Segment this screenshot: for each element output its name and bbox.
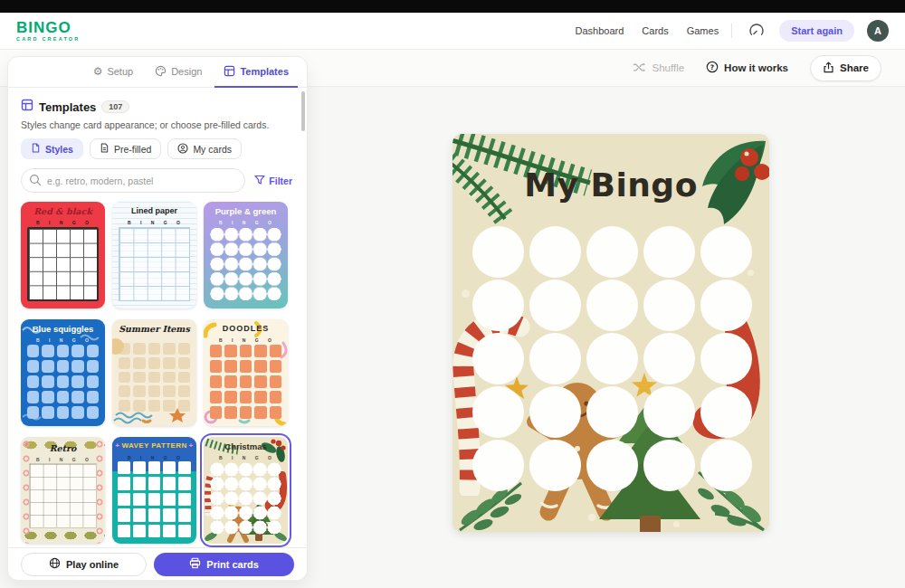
chip-styles[interactable]: Styles [21, 138, 83, 159]
nav-games[interactable]: Games [687, 25, 719, 36]
top-black-strip [0, 0, 905, 13]
main-area: Shuffle ? How it works Share [0, 50, 905, 588]
logo-title: BINGO [16, 20, 81, 35]
share-button[interactable]: Share [810, 55, 881, 81]
template-purple-green[interactable]: Purple & green B I N G O [204, 202, 288, 308]
document-icon [100, 143, 110, 155]
chip-my-cards[interactable]: My cards [167, 138, 242, 159]
how-it-works-button[interactable]: ? How it works [706, 61, 788, 75]
template-grid: Red & black B I N G O Lined paper B I N … [21, 202, 294, 581]
app-header: BINGO CARD CREATOR Dashboard Cards Games… [0, 13, 905, 50]
template-doodles[interactable]: DOODLES B I N G O [204, 319, 288, 426]
nav-dashboard[interactable]: Dashboard [576, 25, 624, 36]
panel-footer: Play online Print cards [8, 547, 307, 580]
gauge-icon[interactable] [745, 19, 768, 43]
question-icon: ? [706, 61, 719, 75]
palette-icon [155, 65, 167, 79]
filter-chips: Styles Pre-filled My cards [21, 138, 294, 159]
search-icon [29, 174, 42, 190]
tab-design[interactable]: Design [146, 57, 211, 88]
search-box [21, 168, 245, 193]
template-christmas[interactable]: Christmas B I N G O [204, 437, 288, 544]
avatar[interactable]: A [867, 20, 889, 42]
panel-description: Styles change card appearance; or choose… [21, 119, 294, 130]
logo-subtitle: CARD CREATOR [16, 37, 81, 43]
shuffle-button[interactable]: Shuffle [633, 61, 684, 76]
template-icon [224, 65, 235, 79]
header-divider [731, 24, 732, 38]
svg-text:?: ? [710, 63, 714, 71]
template-summer-items[interactable]: Summer Items [112, 319, 196, 426]
printer-icon [189, 557, 201, 571]
user-icon [177, 143, 188, 156]
gear-icon: ⚙ [93, 66, 103, 77]
template-wavey-pattern[interactable]: WAVEY PATTERN B I N G O [112, 437, 196, 544]
nav-cards[interactable]: Cards [642, 25, 668, 36]
main-nav: Dashboard Cards Games [576, 25, 719, 36]
funnel-icon [254, 175, 265, 187]
templates-count-badge: 107 [101, 100, 129, 113]
panel-heading: Templates [39, 100, 96, 114]
template-retro[interactable]: Retro B I N G O [21, 437, 105, 544]
tab-setup[interactable]: ⚙ Setup [84, 57, 143, 88]
templates-heading-icon [21, 99, 33, 115]
app-logo[interactable]: BINGO CARD CREATOR [16, 20, 81, 43]
print-cards-button[interactable]: Print cards [154, 553, 294, 576]
globe-icon [49, 557, 61, 571]
template-red-black[interactable]: Red & black B I N G O [21, 202, 105, 308]
start-again-button[interactable]: Start again [779, 20, 854, 42]
panel-content: Templates 107 Styles change card appeara… [8, 88, 307, 581]
tab-templates[interactable]: Templates [214, 57, 298, 88]
card-dot [462, 289, 470, 298]
share-icon [823, 62, 834, 75]
panel-scrollbar[interactable] [301, 91, 305, 131]
bingo-card-preview: My Bingo [452, 134, 769, 532]
bingo-grid[interactable] [472, 226, 752, 491]
shuffle-icon [633, 61, 646, 76]
play-online-button[interactable]: Play online [21, 553, 147, 576]
summer-decoration [112, 319, 196, 426]
search-input[interactable] [21, 168, 245, 193]
panel-tabbar: ⚙ Setup Design Templates [8, 57, 307, 88]
templates-panel: ⚙ Setup Design Templates Tem [7, 56, 308, 581]
file-icon [31, 143, 41, 155]
card-title[interactable]: My Bingo [452, 166, 769, 204]
chip-pre-filled[interactable]: Pre-filled [90, 138, 161, 159]
template-blue-squiggles[interactable]: Blue squiggles B I N G O [21, 319, 105, 426]
filter-button[interactable]: Filter [254, 175, 294, 187]
template-lined-paper[interactable]: Lined paper B I N G O [112, 202, 196, 308]
